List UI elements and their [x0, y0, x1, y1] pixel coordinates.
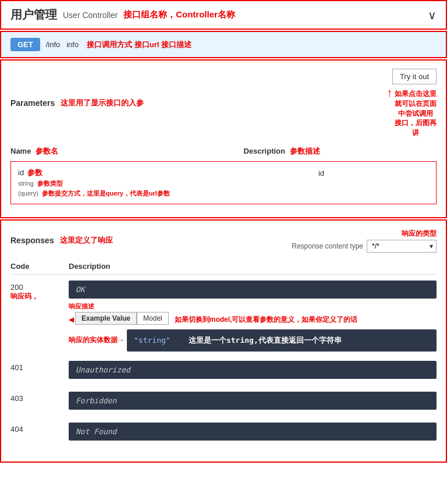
controller-title-cn: 用户管理 [10, 7, 57, 23]
response-type-annotation: 响应的类型 [402, 229, 437, 239]
response-desc-401: Unauthorized [69, 361, 437, 382]
responses-annotation: 这里定义了响应 [60, 235, 113, 246]
response-desc-box-404: Not Found [69, 423, 437, 441]
response-body-description: 这里是一个string,代表直接返回一个字符串 [189, 336, 342, 345]
tab-example-value[interactable]: Example Value [75, 312, 137, 325]
try-it-out-annotation: 如果点击这里 就可以在页面 中尝试调用 接口，后图再 讲 [395, 89, 437, 138]
tabs-annotation: 如果切换到model,可以查看参数的意义，如果你定义了的话 [175, 315, 358, 325]
param-type-annotation: 参数类型 [37, 179, 63, 188]
tab-model[interactable]: Model [137, 312, 169, 325]
col-name-label: Name [10, 147, 31, 155]
response-type-select[interactable]: */* [367, 240, 437, 253]
col-header-name: Name 参数名 [10, 146, 58, 157]
param-name-annotation: 参数 [27, 168, 42, 178]
response-desc-box-403: Forbidden [69, 392, 437, 410]
responses-header: Responses 这里定义了响应 响应的类型 Response content… [10, 229, 437, 253]
response-row-403: 403 Forbidden [10, 392, 437, 413]
endpoint-section: GET /info info 接口调用方式 接口url 接口描述 [0, 31, 447, 58]
param-location-annotation: 参数提交方式，这里是query，代表是url参数 [42, 189, 170, 198]
response-tabs-200: Example Value Model [75, 312, 169, 325]
params-col-headers: Name 参数名 Description 参数描述 [10, 146, 437, 157]
params-title-row: Parameters 这里用了显示接口的入参 [10, 98, 144, 108]
response-type-row: Response content type */* [292, 240, 437, 253]
response-code-401: 401 [10, 361, 57, 372]
param-type: string [18, 180, 34, 187]
responses-title-row: Responses 这里定义了响应 [10, 235, 113, 246]
params-title: Parameters [10, 98, 55, 108]
method-badge[interactable]: GET [10, 38, 40, 51]
param-description: id [318, 169, 324, 178]
param-name: id [18, 168, 24, 177]
endpoint-row: GET /info info 接口调用方式 接口url 接口描述 [10, 38, 437, 51]
col-description-annotation: 参数描述 [290, 146, 320, 157]
endpoint-url: /info [46, 40, 61, 49]
body-annotation: 响应的实体数据→ [69, 335, 125, 345]
endpoint-path: /info info [46, 40, 79, 49]
chevron-down-icon[interactable]: ∨ [428, 8, 437, 22]
response-desc-box-200: OK [69, 281, 437, 299]
responses-col-code: Code [10, 262, 57, 271]
endpoint-name: info [66, 40, 79, 49]
response-code-200-annotation: 响应码， [10, 292, 57, 301]
response-body-200: "string" 这里是一个string,代表直接返回一个字符串 [127, 329, 437, 352]
param-location: (query) [18, 190, 38, 197]
response-desc-403: Forbidden [69, 392, 437, 413]
response-body-text: "string" [134, 336, 171, 345]
response-row-401: 401 Unauthorized [10, 361, 437, 382]
col-header-desc: Description 参数描述 [243, 146, 320, 157]
responses-table-header: Code Description [10, 262, 437, 275]
param-box: id 参数 string 参数类型 (query) 参数提交方式，这里是quer… [10, 161, 437, 204]
response-code-200: 200 响应码， [10, 281, 57, 301]
param-name-col: id 参数 string 参数类型 (query) 参数提交方式，这里是quer… [18, 168, 170, 198]
response-desc-annotation: 响应描述 [69, 302, 94, 311]
responses-section: Responses 这里定义了响应 响应的类型 Response content… [0, 219, 447, 463]
controller-title-en: User Controller [63, 10, 118, 20]
response-type-label: Response content type [292, 242, 363, 250]
params-header: Parameters 这里用了显示接口的入参 Try it out ↑ 如果点击… [10, 69, 437, 138]
parameters-section: Parameters 这里用了显示接口的入参 Try it out ↑ 如果点击… [0, 59, 447, 218]
response-desc-404: Not Found [69, 423, 437, 444]
param-desc-col: id [318, 168, 324, 178]
controller-title-group: 用户管理 User Controller 接口组名称，Controller名称 [10, 7, 235, 23]
responses-col-desc: Description [69, 262, 437, 271]
response-code-404: 404 [10, 423, 57, 434]
response-row-404: 404 Not Found [10, 423, 437, 444]
col-description-label: Description [243, 147, 285, 155]
response-code-403: 403 [10, 392, 57, 403]
response-type-select-wrapper[interactable]: */* [367, 240, 437, 253]
try-it-out-button[interactable]: Try it out [392, 69, 437, 84]
response-desc-200: OK 响应描述 ◀ Example Value Model 如果切换到model… [69, 281, 437, 352]
response-rows: 200 响应码， OK 响应描述 ◀ Example Value Model 如… [10, 281, 437, 444]
endpoint-annotation: 接口调用方式 接口url 接口描述 [87, 40, 191, 50]
controller-annotation: 接口组名称，Controller名称 [123, 9, 235, 20]
responses-title: Responses [10, 236, 54, 245]
response-desc-box-401: Unauthorized [69, 361, 437, 379]
controller-header: 用户管理 User Controller 接口组名称，Controller名称 … [0, 0, 447, 30]
params-annotation: 这里用了显示接口的入参 [61, 98, 144, 108]
col-name-annotation: 参数名 [36, 146, 58, 157]
response-row-200: 200 响应码， OK 响应描述 ◀ Example Value Model 如… [10, 281, 437, 352]
